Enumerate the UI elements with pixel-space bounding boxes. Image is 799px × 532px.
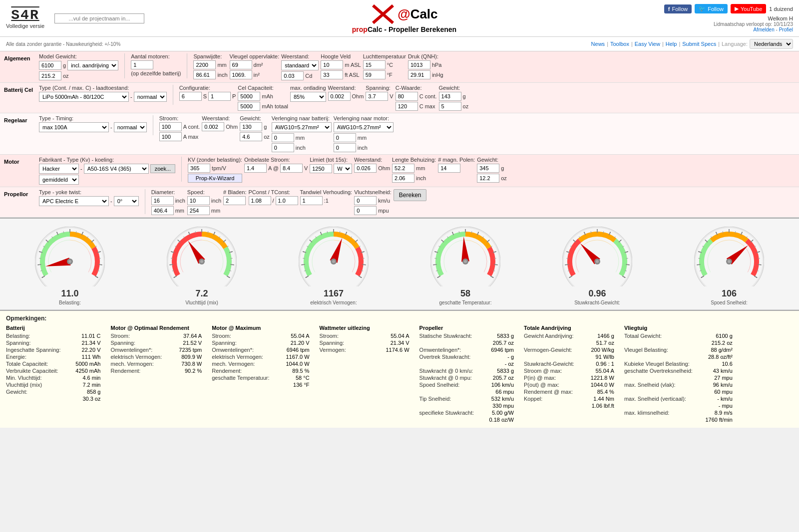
motor-gewicht-oz-input[interactable] xyxy=(477,174,499,183)
stroom-cont-input[interactable] xyxy=(159,122,182,131)
bat-weerstand-input[interactable] xyxy=(328,92,351,101)
cd-input[interactable] xyxy=(281,71,304,80)
results-val: - g xyxy=(474,354,514,360)
weight-g-input[interactable] xyxy=(39,61,61,70)
aantal-motoren-input[interactable] xyxy=(131,60,153,69)
gauge-value: 7.2 xyxy=(195,288,208,299)
weerstand-select[interactable]: standaard xyxy=(281,60,319,70)
profiel-link[interactable]: Profiel xyxy=(779,27,793,32)
weight-oz-input[interactable] xyxy=(39,71,61,80)
opp-in2-input[interactable] xyxy=(230,70,252,79)
bat-len-mm-input[interactable] xyxy=(272,133,294,142)
model-gewicht-block: Model Gewicht: g incl. aandrijving oz xyxy=(39,53,118,80)
prop-twist-select[interactable]: 0° xyxy=(114,196,139,206)
nav-news[interactable]: News xyxy=(591,41,605,47)
svg-point-112 xyxy=(332,260,335,263)
prop-spoed-inch-input[interactable] xyxy=(187,196,210,205)
regelaar-timing-select[interactable]: normaal xyxy=(114,122,147,132)
twitter-follow-button[interactable]: 🐦 Follow xyxy=(695,4,728,13)
hoogte-ft-input[interactable] xyxy=(321,70,343,79)
results-row: 1.06 lbf.ft xyxy=(524,403,614,409)
batterij-type-select[interactable]: LiPo 5000mAh - 80/120C xyxy=(39,92,129,102)
c-cont-input[interactable] xyxy=(396,92,418,101)
lengte-mm-input[interactable] xyxy=(392,164,414,173)
reg-gewicht-oz-input[interactable] xyxy=(240,132,262,141)
io-input[interactable] xyxy=(244,164,267,173)
prop-type-select[interactable]: APC Electric E xyxy=(39,196,109,206)
prop-spoed-mm-input[interactable] xyxy=(187,206,210,215)
results-val: 330 mpu xyxy=(474,403,514,409)
reg-gewicht-g-input[interactable] xyxy=(240,122,262,131)
bat-awg-select[interactable]: AWG10=5.27mm² xyxy=(272,122,332,132)
pconst-input[interactable] xyxy=(249,196,271,205)
motor-type-select[interactable]: A50-16S V4 (365) xyxy=(84,164,149,174)
nav-submitspecs[interactable]: Submit Specs xyxy=(682,41,716,47)
prop-bladen-input[interactable] xyxy=(223,196,246,205)
afmelden-link[interactable]: Afmelden xyxy=(753,27,774,32)
project-input-wrapper[interactable] xyxy=(54,13,144,23)
bat-len-inch-input[interactable] xyxy=(272,143,294,152)
kv-input[interactable] xyxy=(188,164,210,173)
language-select[interactable]: Nederlands English xyxy=(750,39,793,49)
druk-inhg-input[interactable] xyxy=(408,70,430,79)
algemeen-section: Algemeen Model Gewicht: g incl. aandrijv… xyxy=(0,51,799,83)
nav-toolbox[interactable]: Toolbox xyxy=(610,41,629,47)
prop-diam-inch-input[interactable] xyxy=(151,196,174,205)
motor-weerstand-input[interactable] xyxy=(354,164,377,173)
magn-input[interactable] xyxy=(438,164,460,173)
mot-len-inch-input[interactable] xyxy=(334,143,356,152)
svg-point-38 xyxy=(68,260,71,263)
prop-diam-mm-input[interactable] xyxy=(151,206,174,215)
config-p-input[interactable] xyxy=(208,92,231,101)
stroom-max-input[interactable] xyxy=(159,132,182,141)
opp-dm2-input[interactable] xyxy=(230,60,252,69)
results-col-motor_optimaal: Motor @ Optimaal Rendement Stroom: 37.64… xyxy=(110,325,202,424)
gauge-value: 11.0 xyxy=(61,288,78,299)
onbelaste-stroom-label: Onbelaste Stroom: xyxy=(244,157,308,163)
limiet-input[interactable] xyxy=(310,164,332,173)
incl-select[interactable]: incl. aandrijving xyxy=(67,60,118,70)
facebook-follow-button[interactable]: f Follow xyxy=(664,4,692,13)
c-max-input[interactable] xyxy=(396,102,418,111)
results-val: 1760 ft/min xyxy=(693,417,733,423)
druk-hpa-input[interactable] xyxy=(408,60,430,69)
bereken-button[interactable]: Bereken xyxy=(394,189,427,201)
regelaar-type-select[interactable]: max 100A xyxy=(39,122,109,132)
temp-c-unit: °C xyxy=(387,62,393,68)
mot-awg-select[interactable]: AWG10=5.27mm² xyxy=(334,122,394,132)
spanning-label: Spanning: xyxy=(366,85,393,91)
reg-weerstand-input[interactable] xyxy=(202,122,224,131)
vs-mpu-input[interactable] xyxy=(354,206,377,215)
motor-fab-select[interactable]: Hacker xyxy=(39,164,79,174)
lengte-inch-input[interactable] xyxy=(392,174,414,183)
spanning-input[interactable] xyxy=(366,92,388,101)
tandwiel-input[interactable] xyxy=(300,196,323,205)
span-mm-input[interactable] xyxy=(193,60,216,69)
hoogte-m-input[interactable] xyxy=(321,60,343,69)
temp-f-input[interactable] xyxy=(363,70,386,79)
temp-c-input[interactable] xyxy=(363,60,386,69)
results-val: 51.7 oz xyxy=(574,340,614,346)
batterij-config-select[interactable]: normaal xyxy=(134,92,167,102)
nav-help[interactable]: Help xyxy=(666,41,677,47)
motor-koeling-select[interactable]: gemiddeld xyxy=(39,175,79,185)
cap-total-input[interactable] xyxy=(238,102,260,111)
zoek-button[interactable]: zoek... xyxy=(150,164,175,173)
max-ontlading-select[interactable]: 85% xyxy=(290,92,326,102)
nav-easyview[interactable]: Easy View xyxy=(635,41,660,47)
youtube-button[interactable]: ▶ YouTube xyxy=(731,4,766,13)
config-s-input[interactable] xyxy=(179,92,202,101)
span-inch-input[interactable] xyxy=(193,70,216,79)
bat-gewicht-oz-input[interactable] xyxy=(439,102,461,111)
mot-len-mm-input[interactable] xyxy=(334,133,356,142)
bat-gewicht-g-input[interactable] xyxy=(439,92,461,101)
tconst-input[interactable] xyxy=(276,196,298,205)
io-v-input[interactable] xyxy=(280,164,303,173)
wizard-button[interactable]: Prop-Kv-Wizard xyxy=(188,174,242,183)
limiet-unit-select[interactable]: W xyxy=(334,164,352,174)
motor-gewicht-g-input[interactable] xyxy=(477,164,499,173)
results-title: Opmerkingen: xyxy=(6,315,793,322)
vs-kmh-input[interactable] xyxy=(354,196,377,205)
cap-mah-input[interactable] xyxy=(238,92,260,101)
project-input[interactable] xyxy=(54,13,144,23)
